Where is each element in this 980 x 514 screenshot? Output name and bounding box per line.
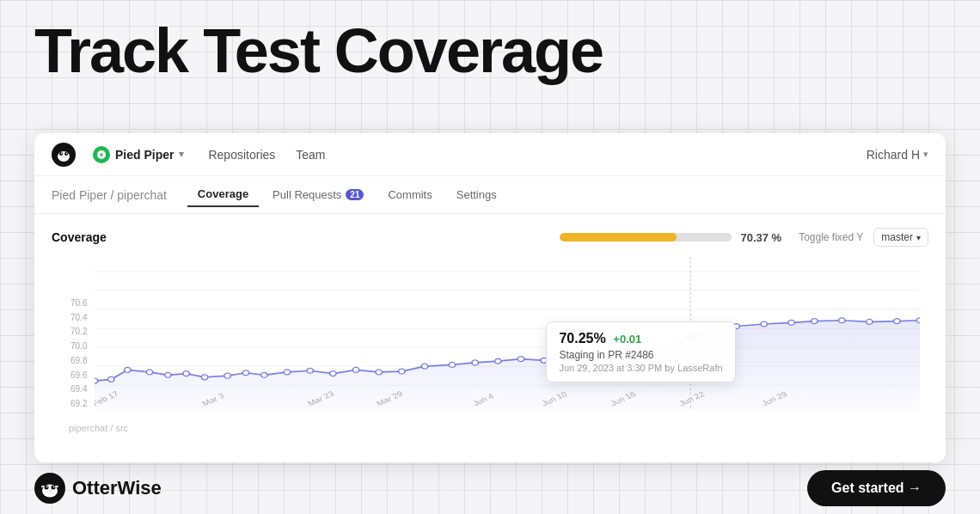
nav-link-repositories[interactable]: Repositories	[208, 148, 275, 162]
chart-controls: Toggle fixed Y master ▾	[799, 228, 928, 247]
svg-point-69	[41, 486, 45, 487]
app-logo-icon	[52, 143, 76, 167]
svg-point-34	[495, 358, 501, 364]
y-label-3: 70.0	[70, 341, 87, 351]
svg-point-28	[352, 367, 358, 372]
progress-bar-container: 70.37 %	[560, 231, 781, 244]
chart-svg: Feb 17 Mar 3 Mar 23 Mar 29 Jun 4 Jun 10 …	[95, 257, 920, 410]
toggle-fixed-y-label: Toggle fixed Y	[799, 231, 863, 243]
bottom-bar: OtterWise Get started →	[0, 462, 980, 514]
tab-pull-requests[interactable]: Pull Requests 21	[262, 182, 374, 207]
tab-coverage-label: Coverage	[198, 187, 248, 200]
y-label-6: 69.4	[70, 384, 87, 394]
svg-point-50	[894, 319, 900, 324]
svg-point-4	[61, 152, 62, 153]
svg-point-27	[330, 371, 336, 376]
tab-settings-label: Settings	[456, 188, 497, 201]
chart-breadcrumb-path: piperchat / src	[69, 423, 128, 433]
svg-point-64	[45, 486, 49, 490]
svg-point-26	[307, 368, 313, 373]
chart-header: Coverage 70.37 % Toggle fixed Y master ▾	[52, 228, 928, 247]
svg-point-19	[165, 372, 171, 377]
sub-nav: Pied Piper / piperchat Coverage Pull Req…	[34, 176, 946, 214]
brand-name: Pied Piper	[115, 148, 174, 162]
svg-point-15	[95, 378, 98, 383]
chart-tooltip: 70.25% +0.01 Staging in PR #2486 Jun 29,…	[546, 321, 735, 382]
tooltip-value: 70.25%	[559, 331, 605, 346]
svg-point-65	[52, 486, 56, 490]
tooltip-value-row: 70.25% +0.01	[559, 331, 722, 346]
otterwise-logo-icon	[34, 473, 65, 504]
app-window: Pied Piper ▾ Repositories Team Richard H…	[34, 133, 946, 462]
otterwise-brand-name: OtterWise	[72, 477, 162, 499]
tooltip-date: Jun 29, 2023 at 3:30 PM by LasseRafn	[559, 363, 722, 373]
nav-brand[interactable]: Pied Piper ▾	[93, 146, 184, 163]
chart-title: Coverage	[52, 230, 107, 244]
y-label-1: 70.4	[70, 313, 87, 322]
y-axis-labels: 70.6 70.4 70.2 70.0 69.8 69.6 69.4 69.2	[70, 298, 87, 408]
svg-point-17	[125, 367, 131, 372]
y-label-2: 70.2	[70, 327, 87, 336]
y-label-5: 69.6	[70, 370, 87, 380]
svg-point-35	[518, 357, 524, 362]
svg-point-22	[224, 373, 230, 378]
svg-point-32	[449, 362, 455, 367]
svg-point-33	[472, 360, 478, 365]
branch-select[interactable]: master ▾	[873, 228, 928, 247]
nav-links: Repositories Team	[208, 148, 325, 162]
brand-icon	[93, 146, 110, 163]
svg-point-3	[64, 152, 68, 156]
nav-user-name: Richard H	[867, 148, 920, 162]
svg-point-31	[421, 364, 427, 369]
svg-point-16	[107, 376, 113, 382]
y-label-4: 69.8	[70, 356, 87, 365]
svg-point-51	[916, 318, 920, 323]
progress-fill	[560, 233, 677, 242]
nav-bar: Pied Piper ▾ Repositories Team Richard H…	[34, 133, 946, 176]
svg-point-23	[242, 370, 248, 376]
get-started-button[interactable]: Get started →	[807, 470, 946, 506]
tab-settings[interactable]: Settings	[446, 182, 507, 207]
progress-label: 70.37 %	[740, 231, 781, 244]
breadcrumb-repo: piperchat	[117, 188, 167, 202]
tab-coverage[interactable]: Coverage	[187, 182, 259, 207]
chart-svg-container: 70.6 70.4 70.2 70.0 69.8 69.6 69.4 69.2	[52, 257, 928, 440]
branch-chevron-icon: ▾	[916, 233, 921, 242]
progress-bar	[560, 233, 732, 242]
tab-pull-requests-label: Pull Requests	[273, 188, 341, 201]
svg-point-30	[399, 369, 405, 374]
svg-point-49	[867, 319, 873, 324]
svg-point-29	[376, 370, 382, 375]
brand-chevron-icon: ▾	[179, 149, 184, 160]
y-label-7: 69.2	[70, 399, 87, 408]
svg-point-47	[812, 319, 818, 324]
tooltip-description: Staging in PR #2486	[559, 349, 722, 361]
breadcrumb-org: Pied Piper	[52, 188, 107, 202]
svg-point-25	[284, 370, 290, 375]
svg-point-66	[46, 486, 48, 487]
nav-user[interactable]: Richard H ▾	[867, 148, 928, 162]
breadcrumb: Pied Piper / piperchat	[52, 188, 167, 202]
nav-user-chevron-icon: ▾	[923, 149, 928, 160]
breadcrumb-separator: /	[107, 188, 118, 202]
svg-point-45	[761, 321, 767, 327]
otter-brand: OtterWise	[34, 473, 162, 504]
svg-point-24	[261, 372, 267, 377]
svg-point-18	[146, 370, 152, 375]
tab-commits-label: Commits	[388, 188, 432, 201]
tab-list: Coverage Pull Requests 21 Commits Settin…	[187, 182, 507, 207]
pull-requests-badge: 21	[346, 189, 364, 200]
get-started-label: Get started →	[831, 480, 922, 496]
nav-link-team[interactable]: Team	[296, 148, 325, 162]
svg-point-46	[788, 320, 794, 325]
tab-commits[interactable]: Commits	[377, 182, 442, 207]
page-headline: Track Test Coverage	[34, 17, 603, 85]
svg-point-5	[66, 152, 67, 153]
svg-point-6	[61, 156, 66, 158]
svg-point-67	[53, 486, 55, 487]
svg-point-48	[839, 318, 845, 323]
tooltip-change: +0.01	[613, 333, 641, 346]
svg-point-70	[55, 486, 58, 487]
svg-point-20	[183, 371, 189, 376]
svg-point-68	[47, 490, 53, 493]
